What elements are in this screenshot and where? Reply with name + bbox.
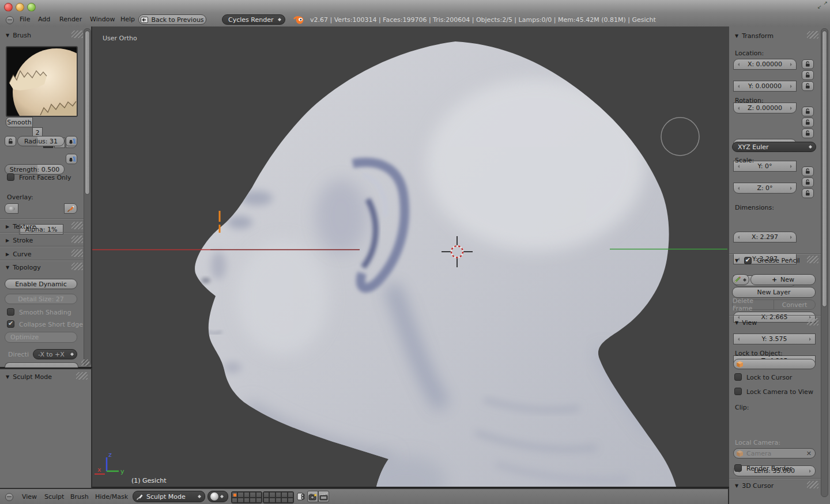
layers-block-1[interactable] <box>231 491 262 503</box>
sculpt-mode-icon <box>136 493 144 501</box>
layers-block-2[interactable] <box>263 491 294 503</box>
rotation-mode-select[interactable]: XYZ Euler <box>732 142 816 152</box>
zoom-window-icon[interactable] <box>27 3 36 12</box>
new-layer-button[interactable]: New Layer <box>732 287 816 298</box>
region-resize-grip[interactable] <box>81 359 89 366</box>
render-engine-select[interactable]: Cycles Render <box>222 14 285 25</box>
overlay-brush-toggle[interactable] <box>64 203 77 214</box>
delete-frame-button[interactable]: Delete Frame <box>732 300 774 310</box>
tool-shelf-scrollbar[interactable] <box>84 28 91 366</box>
panel-drag-grip[interactable] <box>76 372 88 380</box>
convert-button[interactable]: Convert <box>774 300 816 310</box>
close-window-icon[interactable] <box>4 3 13 12</box>
dimension-y-field[interactable]: Y: 3.575 <box>733 334 816 344</box>
3d-cursor-panel-header[interactable]: 3D Cursor <box>735 482 774 490</box>
panel-drag-grip[interactable] <box>807 31 818 39</box>
panel-drag-grip[interactable] <box>71 263 83 270</box>
panel-drag-grip[interactable] <box>807 318 818 325</box>
front-faces-only-checkbox[interactable] <box>7 173 14 181</box>
grease-pencil-panel-header[interactable]: Grease Pencil <box>735 257 800 264</box>
interaction-mode-select[interactable]: Sculpt Mode <box>133 491 205 502</box>
stroke-panel-header[interactable]: Stroke <box>6 237 33 244</box>
location-x-field[interactable]: X: 0.00000 <box>733 59 797 70</box>
menu-add[interactable]: Add <box>38 16 50 23</box>
back-to-previous-label: Back to Previous <box>151 16 203 24</box>
lock-location-y-button[interactable] <box>802 70 814 80</box>
texture-panel-header[interactable]: Texture <box>6 223 36 230</box>
lock-camera-to-view-checkbox[interactable] <box>734 388 742 395</box>
enable-dynamic-button[interactable]: Enable Dynamic <box>5 279 77 289</box>
lock-rotation-y-button[interactable] <box>802 118 814 127</box>
optimize-button[interactable]: Optimize <box>5 332 77 343</box>
menu-window[interactable]: Window <box>90 16 115 23</box>
panel-drag-grip[interactable] <box>807 481 818 488</box>
strength-pressure-button[interactable] <box>66 154 77 164</box>
grease-pencil-draw-select[interactable] <box>732 274 749 285</box>
3d-viewport[interactable]: z y x User Ortho (1) Gesicht <box>92 26 729 487</box>
smooth-shading-checkbox[interactable] <box>7 308 14 316</box>
lock-to-object-field[interactable] <box>733 359 816 369</box>
editor-type-menu-icon[interactable] <box>5 493 13 501</box>
render-border-checkbox[interactable] <box>734 464 742 472</box>
opengl-render-button[interactable] <box>307 491 318 502</box>
lock-rotation-z-button[interactable] <box>802 128 814 138</box>
layer-1-active[interactable] <box>232 492 237 498</box>
grease-pencil-new-button[interactable]: + New <box>750 274 816 285</box>
clipped-widget[interactable] <box>5 362 78 367</box>
menu-help[interactable]: Help <box>120 16 135 23</box>
brush-name-field[interactable]: Smooth <box>6 117 33 127</box>
panel-drag-grip[interactable] <box>71 236 83 243</box>
unlock-icon <box>805 168 811 175</box>
local-camera-field[interactable]: Camera ✕ <box>733 448 816 458</box>
lock-to-cursor-checkbox[interactable] <box>734 373 742 381</box>
detail-size-slider[interactable]: Detail Size: 27 <box>5 294 77 304</box>
menu-sculpt[interactable]: Sculpt <box>44 493 64 501</box>
menu-render[interactable]: Render <box>59 16 82 23</box>
brush-radius-slider[interactable]: Radius: 31 <box>17 136 65 146</box>
symmetry-direction-select[interactable]: -X to +X <box>33 349 77 359</box>
brush-panel-header[interactable]: Brush <box>6 32 31 39</box>
lock-scale-z-button[interactable] <box>802 188 814 198</box>
panel-drag-grip[interactable] <box>71 249 83 257</box>
view-panel-header[interactable]: View <box>735 319 757 327</box>
minimize-window-icon[interactable] <box>16 3 24 12</box>
sculpt-mode-panel-header[interactable]: Sculpt Mode <box>6 373 52 381</box>
scrollbar-thumb[interactable] <box>822 31 827 307</box>
lock-location-x-button[interactable] <box>802 59 814 69</box>
menu-file[interactable]: File <box>20 16 30 23</box>
panel-drag-grip[interactable] <box>71 222 83 229</box>
menu-hide-mask[interactable]: Hide/Mask <box>95 493 128 501</box>
menu-view[interactable]: View <box>22 493 37 501</box>
location-y-field[interactable]: Y: 0.00000 <box>733 81 797 92</box>
brush-strength-slider[interactable]: Strength: 0.500 <box>5 164 65 175</box>
back-to-previous-button[interactable]: Back to Previous <box>138 14 206 25</box>
rotation-z-field[interactable]: Z: 0° <box>733 183 797 194</box>
properties-scrollbar[interactable] <box>821 28 828 497</box>
direction-label: Directi <box>8 351 29 358</box>
transform-panel-header[interactable]: Transform <box>735 32 774 40</box>
lock-rotation-x-button[interactable] <box>802 107 814 116</box>
scale-x-field[interactable]: X: 2.297 <box>733 232 797 242</box>
menu-brush[interactable]: Brush <box>70 493 89 501</box>
lock-to-scene-button[interactable] <box>295 491 307 502</box>
topology-panel-header[interactable]: Topology <box>6 264 41 271</box>
matcap-shading-select[interactable] <box>207 491 228 502</box>
editor-type-menu-icon[interactable] <box>6 16 14 24</box>
panel-drag-grip[interactable] <box>71 31 83 38</box>
lock-scale-x-button[interactable] <box>802 166 814 176</box>
unified-radius-lock-button[interactable] <box>5 136 16 146</box>
opengl-render-animation-button[interactable] <box>318 491 329 502</box>
lock-scale-y-button[interactable] <box>802 177 814 187</box>
grease-pencil-checkbox[interactable] <box>744 257 752 264</box>
panel-drag-grip[interactable] <box>807 256 818 263</box>
scrollbar-thumb[interactable] <box>85 31 90 195</box>
curve-panel-header[interactable]: Curve <box>6 251 32 258</box>
lock-location-z-button[interactable] <box>802 81 814 91</box>
location-label: Location: <box>735 50 764 57</box>
clear-icon[interactable]: ✕ <box>806 450 812 457</box>
brush-preview[interactable] <box>6 46 78 117</box>
radius-pressure-button[interactable] <box>66 136 77 146</box>
window-resize-icon[interactable]: ↗↙ <box>817 1 828 11</box>
overlay-visibility-toggle[interactable] <box>5 203 18 214</box>
collapse-short-edge-checkbox[interactable] <box>7 320 14 328</box>
